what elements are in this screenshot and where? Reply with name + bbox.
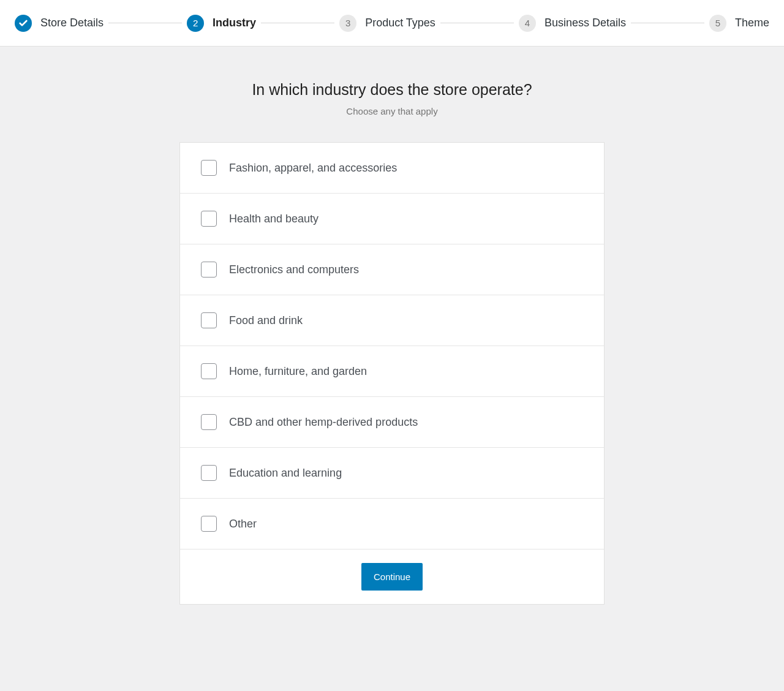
industry-option-food[interactable]: Food and drink — [180, 295, 604, 346]
checkbox[interactable] — [201, 465, 217, 481]
checkbox[interactable] — [201, 516, 217, 532]
step-label: Product Types — [365, 17, 435, 29]
step-divider — [631, 23, 704, 23]
stepper-bar: Store Details 2 Industry 3 Product Types… — [0, 0, 784, 47]
industry-option-label: Electronics and computers — [229, 263, 359, 276]
industry-option-health[interactable]: Health and beauty — [180, 194, 604, 244]
step-number-badge: 2 — [187, 15, 204, 32]
step-theme[interactable]: 5 Theme — [709, 15, 769, 32]
checkbox[interactable] — [201, 262, 217, 278]
industry-card: Fashion, apparel, and accessories Health… — [179, 142, 605, 605]
industry-option-label: CBD and other hemp-derived products — [229, 416, 418, 429]
industry-option-electronics[interactable]: Electronics and computers — [180, 244, 604, 295]
industry-option-label: Health and beauty — [229, 213, 318, 225]
step-industry[interactable]: 2 Industry — [187, 15, 256, 32]
check-icon — [15, 15, 32, 32]
step-number-badge: 3 — [339, 15, 356, 32]
step-label: Theme — [735, 17, 769, 29]
step-divider — [440, 23, 514, 23]
step-label: Industry — [213, 17, 256, 29]
industry-option-home[interactable]: Home, furniture, and garden — [180, 346, 604, 397]
card-footer: Continue — [180, 549, 604, 604]
checkbox[interactable] — [201, 211, 217, 227]
industry-option-cbd[interactable]: CBD and other hemp-derived products — [180, 397, 604, 448]
page-subtitle: Choose any that apply — [0, 106, 784, 116]
step-label: Store Details — [40, 17, 104, 29]
step-product-types[interactable]: 3 Product Types — [339, 15, 435, 32]
checkbox[interactable] — [201, 312, 217, 328]
checkbox[interactable] — [201, 414, 217, 430]
step-store-details[interactable]: Store Details — [15, 15, 104, 32]
page-title: In which industry does the store operate… — [0, 81, 784, 99]
industry-option-label: Fashion, apparel, and accessories — [229, 162, 397, 175]
industry-option-other[interactable]: Other — [180, 499, 604, 549]
step-number-badge: 4 — [519, 15, 536, 32]
industry-option-education[interactable]: Education and learning — [180, 448, 604, 499]
checkbox[interactable] — [201, 363, 217, 379]
industry-option-label: Home, furniture, and garden — [229, 365, 367, 378]
checkbox[interactable] — [201, 160, 217, 176]
step-divider — [108, 23, 182, 23]
industry-option-fashion[interactable]: Fashion, apparel, and accessories — [180, 143, 604, 194]
step-label: Business Details — [545, 17, 626, 29]
continue-button[interactable]: Continue — [361, 563, 423, 591]
step-business-details[interactable]: 4 Business Details — [519, 15, 626, 32]
step-divider — [261, 23, 334, 23]
content-area: In which industry does the store operate… — [0, 47, 784, 605]
industry-option-label: Education and learning — [229, 467, 342, 480]
step-number-badge: 5 — [709, 15, 726, 32]
industry-option-label: Other — [229, 518, 257, 531]
industry-option-label: Food and drink — [229, 314, 303, 327]
